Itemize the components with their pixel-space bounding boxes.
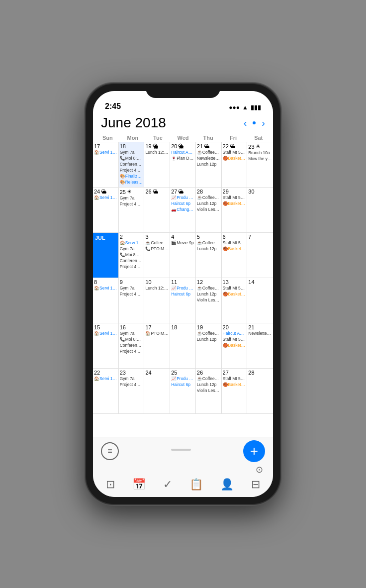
event[interactable]: ☕Coffee 8a xyxy=(197,240,220,246)
cell-19[interactable]: 19 🌦 Lunch 12:30p xyxy=(144,142,170,187)
event[interactable]: Newsletter 8a xyxy=(197,156,220,161)
event[interactable]: Haircut 6p xyxy=(171,382,194,388)
event[interactable]: 🏀Basket 8p xyxy=(223,201,246,206)
event[interactable]: Gym 7a xyxy=(120,331,143,336)
tab-calendar[interactable]: 📅 xyxy=(132,478,146,491)
event[interactable]: Lunch 12p xyxy=(197,201,220,206)
event[interactable]: 📞Moi 8:30a xyxy=(120,156,143,161)
event[interactable]: Project 4:15p xyxy=(120,382,143,388)
event[interactable]: Staff Mt 5:30 xyxy=(223,337,246,342)
cell-19b[interactable]: 19 ☕Coffee 8a Lunch 12p xyxy=(196,323,222,368)
event[interactable]: Project 4:15p xyxy=(120,201,143,207)
event[interactable]: 📈Produ 11a xyxy=(171,195,194,200)
event[interactable]: Staff Mt 5:30p xyxy=(223,376,246,382)
event[interactable]: Haircut Ap 5p xyxy=(171,150,194,155)
event[interactable]: Haircut Ap 5p xyxy=(223,331,246,336)
event[interactable]: Haircut 6p xyxy=(171,201,194,206)
event[interactable]: ☕Coffee 8a xyxy=(197,150,220,155)
event[interactable]: Project 4:15p xyxy=(120,349,143,354)
cell-8[interactable]: 8 🏠Servi 10a xyxy=(93,278,119,323)
cell-23[interactable]: 23 ☀ Brunch 10a Mow the yard xyxy=(247,142,273,187)
next-month-button[interactable]: › xyxy=(262,117,265,129)
event-conference[interactable]: Conference 1p xyxy=(120,162,143,167)
event[interactable]: ☕Coffee 8a xyxy=(197,195,220,200)
cell-14[interactable]: 14 xyxy=(247,278,273,323)
event[interactable]: Violin Less 5p xyxy=(197,388,220,393)
event[interactable]: 🏠Servi 10a xyxy=(94,195,117,200)
cell-27b[interactable]: 27 Staff Mt 5:30p 🏀Basket 8p xyxy=(222,369,248,413)
event[interactable]: 🎨Release Pa xyxy=(120,180,143,185)
event[interactable]: Newsletter 8a xyxy=(248,331,272,336)
cell-21b[interactable]: 21 Newsletter 8a xyxy=(247,323,273,368)
camera-shortcut[interactable]: ⊙ xyxy=(93,464,273,475)
add-event-button[interactable]: + xyxy=(243,440,265,462)
event[interactable]: 🏠Servi 10a xyxy=(94,286,117,291)
event[interactable]: Lunch 12p xyxy=(197,246,220,252)
event[interactable]: Brunch 10a xyxy=(248,150,272,156)
cell-24b[interactable]: 24 xyxy=(144,369,170,413)
event[interactable]: ☕Coffee 3:30p xyxy=(145,240,169,246)
event[interactable]: 🏀Basket 8p xyxy=(223,343,246,348)
event[interactable]: 🏀Basket 8p xyxy=(223,382,246,388)
cell-22b[interactable]: 22 🏠Servi 10a xyxy=(93,369,119,413)
cell-25[interactable]: 25 ☀ Gym 7a Project 4:15p xyxy=(119,188,145,232)
cell-15[interactable]: 15 🏠Servi 10a xyxy=(93,323,119,368)
event[interactable]: Gym 7a xyxy=(120,150,143,155)
event[interactable]: 📈Produ 11a xyxy=(171,376,194,382)
event[interactable]: 🏀Basket 8p xyxy=(223,246,246,252)
event[interactable]: 🎨Finalize ma xyxy=(120,174,143,179)
cell-17[interactable]: 17 🏠Servi 10a xyxy=(93,142,119,187)
event[interactable]: Staff Mt 5:30p xyxy=(223,240,246,246)
event[interactable]: ☕Coffee 8a xyxy=(197,331,220,336)
event[interactable]: Gym 7a xyxy=(120,376,143,382)
event[interactable]: Lunch 12:30p xyxy=(145,286,169,291)
event[interactable]: Violin Less 5p xyxy=(197,297,220,303)
event[interactable]: 🏀Basket 8p xyxy=(223,156,246,161)
cell-22[interactable]: 22 🌥 Staff Mt 5:30p 🏀Basket 8p xyxy=(222,142,248,187)
event[interactable]: 🏠Servi 10a xyxy=(94,331,117,336)
prev-month-button[interactable]: ‹ xyxy=(244,117,247,129)
cell-11[interactable]: 11 📈Produ 11a Haircut 6p xyxy=(170,278,196,323)
event[interactable]: Mow the yard xyxy=(248,156,272,162)
event[interactable]: Conference 1p xyxy=(120,343,143,348)
cell-24[interactable]: 24 🌥 🏠Servi 10a xyxy=(93,188,119,232)
event[interactable]: 🏀Basket 8p xyxy=(223,292,246,297)
event[interactable]: Lunch 12p xyxy=(197,162,220,167)
event[interactable]: 📞Moi 8:30a xyxy=(120,252,143,258)
event[interactable]: Lunch 12:30p xyxy=(145,150,169,155)
cell-20b[interactable]: 20 Haircut Ap 5p Staff Mt 5:30 🏀Basket 8… xyxy=(222,323,248,368)
event[interactable]: Lunch 12p xyxy=(197,337,220,342)
cell-16[interactable]: 16 Gym 7a 📞Moi 8:30a Conference 1p Proje… xyxy=(119,323,145,368)
cell-jul[interactable]: JUL xyxy=(93,233,119,278)
cell-12[interactable]: 12 ☕Coffee 8a Lunch 12p Violin Less 5p xyxy=(196,278,222,323)
cell-21[interactable]: 21 🌥 ☕Coffee 8a Newsletter 8a Lunch 12p xyxy=(196,142,222,187)
event[interactable]: 🏠Servi 10a xyxy=(94,150,117,155)
event[interactable]: Violin Less 5p xyxy=(197,207,220,212)
event[interactable]: Staff Mt 5:30p xyxy=(223,195,246,200)
cell-20[interactable]: 20 🌦 Haircut Ap 5p 🍷Plan Date xyxy=(170,142,196,187)
event[interactable]: Gym 7a xyxy=(120,286,143,291)
event[interactable]: Staff Mt 5:30p xyxy=(223,286,246,291)
cell-13[interactable]: 13 Staff Mt 5:30p 🏀Basket 8p xyxy=(222,278,248,323)
cell-18b[interactable]: 18 xyxy=(170,323,196,368)
cell-jul-3[interactable]: 3 ☕Coffee 3:30p 📞PTO M 7p xyxy=(144,233,170,278)
event[interactable]: Lunch 12p xyxy=(197,292,220,297)
event[interactable]: Conference 1p xyxy=(120,258,143,264)
cell-jul-4[interactable]: 4 🎬Movie 9p xyxy=(170,233,196,278)
cell-jul-5[interactable]: 5 ☕Coffee 8a Lunch 12p xyxy=(196,233,222,278)
cell-28[interactable]: 28 ☕Coffee 8a Lunch 12p Violin Less 5p xyxy=(196,188,222,232)
cell-27[interactable]: 27 🌥 📈Produ 11a Haircut 6p 🚗Change the xyxy=(170,188,196,232)
event[interactable]: 🎬Movie 9p xyxy=(171,240,194,246)
event[interactable]: 🍷Plan Date xyxy=(171,156,194,161)
event[interactable]: Lunch 12p xyxy=(197,382,220,388)
event[interactable]: Staff Mt 5:30p xyxy=(223,150,246,155)
event[interactable]: Gym 7a xyxy=(120,196,143,201)
cell-9[interactable]: 9 Gym 7a Project 4:15p xyxy=(119,278,145,323)
event[interactable]: Project 4:15p xyxy=(120,168,143,173)
cell-23b[interactable]: 23 Gym 7a Project 4:15p xyxy=(119,369,145,413)
cell-17b[interactable]: 17 🏠PTO M 7p xyxy=(144,323,170,368)
event[interactable]: Project 4:15p xyxy=(120,264,143,270)
event[interactable]: ☕Coffee 8a xyxy=(197,286,220,291)
cell-18-today[interactable]: 18 Gym 7a 📞Moi 8:30a Conference 1p Proje… xyxy=(119,142,145,187)
cell-30[interactable]: 30 xyxy=(247,188,273,232)
